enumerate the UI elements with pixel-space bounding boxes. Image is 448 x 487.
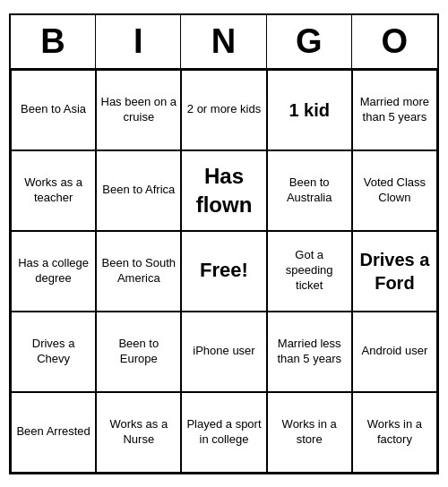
bingo-cell-17: iPhone user bbox=[181, 312, 266, 392]
bingo-cell-14: Drives a Ford bbox=[352, 231, 437, 312]
header-letter-i: I bbox=[96, 15, 181, 68]
bingo-cell-7: Has flown bbox=[181, 150, 266, 231]
bingo-cell-13: Got a speeding ticket bbox=[267, 231, 352, 312]
header-letter-o: O bbox=[352, 15, 437, 68]
bingo-cell-10: Has a college degree bbox=[11, 231, 96, 312]
bingo-grid: Been to AsiaHas been on a cruise2 or mor… bbox=[11, 70, 437, 473]
bingo-cell-15: Drives a Chevy bbox=[11, 312, 96, 392]
bingo-cell-18: Married less than 5 years bbox=[267, 312, 352, 392]
bingo-cell-0: Been to Asia bbox=[11, 70, 96, 150]
header-letter-n: N bbox=[181, 15, 266, 68]
bingo-cell-6: Been to Africa bbox=[96, 150, 181, 231]
bingo-cell-21: Works as a Nurse bbox=[96, 392, 181, 473]
header-letter-g: G bbox=[267, 15, 352, 68]
bingo-card: BINGO Been to AsiaHas been on a cruise2 … bbox=[9, 13, 439, 474]
bingo-cell-23: Works in a store bbox=[267, 392, 352, 473]
bingo-cell-24: Works in a factory bbox=[352, 392, 437, 473]
bingo-cell-8: Been to Australia bbox=[267, 150, 352, 231]
bingo-cell-11: Been to South America bbox=[96, 231, 181, 312]
bingo-cell-20: Been Arrested bbox=[11, 392, 96, 473]
bingo-header: BINGO bbox=[11, 15, 437, 70]
bingo-cell-1: Has been on a cruise bbox=[96, 70, 181, 150]
header-letter-b: B bbox=[11, 15, 96, 68]
bingo-cell-2: 2 or more kids bbox=[181, 70, 266, 150]
bingo-cell-12: Free! bbox=[181, 231, 266, 312]
bingo-cell-16: Been to Europe bbox=[96, 312, 181, 392]
bingo-cell-5: Works as a teacher bbox=[11, 150, 96, 231]
bingo-cell-4: Married more than 5 years bbox=[352, 70, 437, 150]
bingo-cell-9: Voted Class Clown bbox=[352, 150, 437, 231]
bingo-cell-22: Played a sport in college bbox=[181, 392, 266, 473]
bingo-cell-3: 1 kid bbox=[267, 70, 352, 150]
bingo-cell-19: Android user bbox=[352, 312, 437, 392]
